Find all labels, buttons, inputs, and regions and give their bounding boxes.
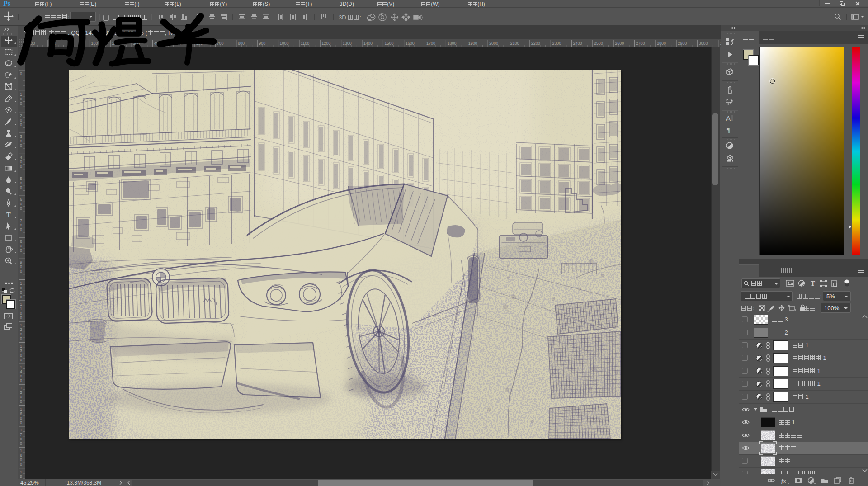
- svg-text:1300: 1300: [343, 41, 352, 46]
- svg-text:0: 0: [20, 118, 22, 123]
- svg-text:0: 0: [20, 244, 22, 248]
- svg-text:0: 0: [20, 441, 22, 446]
- svg-text:T: T: [811, 280, 815, 287]
- svg-text:0: 0: [20, 378, 22, 383]
- svg-text:1: 1: [20, 386, 22, 390]
- svg-text:A: A: [726, 114, 731, 122]
- svg-text:0: 0: [20, 139, 22, 143]
- svg-text:0: 0: [20, 227, 22, 232]
- svg-text:8: 8: [20, 453, 22, 458]
- svg-text:3: 3: [20, 134, 22, 139]
- svg-text:0: 0: [20, 399, 22, 404]
- svg-text:0: 0: [20, 374, 22, 378]
- svg-text:1: 1: [20, 281, 22, 286]
- svg-text:0: 0: [20, 311, 22, 316]
- svg-text:0: 0: [20, 223, 22, 227]
- svg-text:4: 4: [20, 369, 22, 374]
- svg-text:9: 9: [20, 260, 22, 264]
- svg-text:4: 4: [20, 155, 22, 160]
- svg-text:1: 1: [20, 428, 22, 432]
- svg-text:0: 0: [20, 458, 22, 462]
- svg-text:0: 0: [20, 248, 22, 253]
- svg-text:0: 0: [20, 264, 22, 269]
- svg-text:1: 1: [20, 307, 22, 311]
- svg-text:6: 6: [20, 411, 22, 416]
- svg-text:2800: 2800: [657, 41, 666, 46]
- svg-text:5: 5: [20, 390, 22, 395]
- svg-text:0: 0: [20, 160, 22, 164]
- svg-text:0: 0: [20, 420, 22, 425]
- svg-text:900: 900: [259, 41, 265, 46]
- svg-text:1: 1: [20, 344, 22, 349]
- svg-text:0: 0: [20, 336, 22, 341]
- svg-text:9: 9: [20, 474, 22, 479]
- svg-text:0: 0: [20, 202, 22, 206]
- svg-text:0: 0: [20, 143, 22, 148]
- svg-text:2000: 2000: [489, 41, 498, 46]
- svg-text:0: 0: [20, 290, 22, 295]
- svg-text:7: 7: [20, 218, 22, 223]
- svg-text:2400: 2400: [573, 41, 582, 46]
- svg-text:1: 1: [20, 323, 22, 327]
- svg-text:1800: 1800: [447, 41, 456, 46]
- svg-text:1400: 1400: [363, 41, 373, 46]
- svg-text:5: 5: [20, 176, 22, 181]
- svg-text:0: 0: [20, 295, 22, 299]
- svg-text:0: 0: [20, 437, 22, 441]
- svg-text:1200: 1200: [321, 41, 330, 46]
- svg-text:1700: 1700: [426, 41, 435, 46]
- svg-text:0: 0: [20, 286, 22, 290]
- svg-text:2: 2: [20, 327, 22, 332]
- svg-text:fx: fx: [781, 477, 786, 484]
- svg-text:0: 0: [20, 316, 22, 320]
- svg-text:0: 0: [20, 269, 22, 274]
- svg-text:0: 0: [20, 185, 22, 190]
- svg-text:6: 6: [20, 197, 22, 202]
- svg-text:0: 0: [20, 123, 22, 127]
- svg-text:8: 8: [20, 239, 22, 244]
- svg-text:¶: ¶: [727, 127, 730, 134]
- svg-text:3: 3: [20, 349, 22, 353]
- svg-text:1: 1: [20, 302, 22, 307]
- svg-text:1: 1: [20, 470, 22, 474]
- svg-text:0: 0: [20, 101, 22, 106]
- svg-text:2200: 2200: [531, 41, 540, 46]
- svg-text:2100: 2100: [510, 41, 519, 46]
- svg-text:0: 0: [20, 332, 22, 336]
- svg-text:2300: 2300: [552, 41, 561, 46]
- svg-text:2700: 2700: [636, 41, 645, 46]
- svg-text:0: 0: [20, 462, 22, 467]
- svg-text:1: 1: [20, 448, 22, 453]
- svg-text:0: 0: [20, 181, 22, 185]
- svg-text:1: 1: [20, 407, 22, 411]
- svg-text:2500: 2500: [594, 41, 603, 46]
- svg-text:0: 0: [20, 206, 22, 211]
- svg-text:1600: 1600: [406, 41, 415, 46]
- svg-text:1100: 1100: [301, 41, 309, 46]
- svg-text:2900: 2900: [678, 41, 687, 46]
- svg-text:0: 0: [20, 97, 22, 101]
- svg-text:0: 0: [20, 416, 22, 420]
- svg-text:800: 800: [238, 41, 245, 46]
- svg-text:2600: 2600: [615, 41, 624, 46]
- svg-text:0: 0: [20, 395, 22, 399]
- svg-text:1000: 1000: [280, 41, 289, 46]
- svg-text:T: T: [6, 211, 11, 219]
- svg-text:700: 700: [217, 41, 224, 46]
- svg-text:2: 2: [20, 113, 22, 118]
- svg-text:0: 0: [20, 353, 22, 358]
- svg-text:1500: 1500: [384, 41, 393, 46]
- svg-text:1: 1: [20, 365, 22, 369]
- svg-text:7: 7: [20, 432, 22, 437]
- svg-text:0: 0: [20, 358, 22, 362]
- svg-text:0: 0: [20, 164, 22, 169]
- svg-text:1900: 1900: [468, 41, 477, 46]
- svg-text:1: 1: [20, 92, 22, 97]
- svg-text:3000: 3000: [699, 41, 708, 46]
